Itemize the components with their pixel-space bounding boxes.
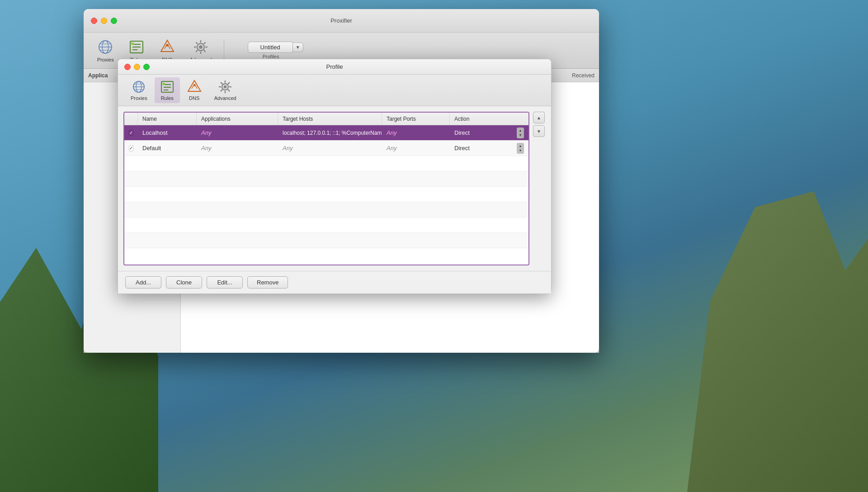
- row-apps: Any: [197, 125, 278, 140]
- col-name: Name: [138, 113, 197, 125]
- svg-line-41: [228, 82, 230, 84]
- svg-rect-9: [131, 43, 134, 45]
- row-hosts: localhost; 127.0.0.1; ::1; %ComputerName…: [278, 125, 382, 140]
- svg-line-42: [221, 90, 222, 91]
- modal-proxies-label: Proxies: [131, 95, 147, 101]
- modal-rules-label: Rules: [161, 95, 174, 101]
- table-row-empty: [124, 156, 528, 171]
- action-stepper-2[interactable]: ▲ ▼: [517, 143, 524, 154]
- table-row-empty: [124, 233, 528, 248]
- row-hosts: Any: [278, 141, 382, 156]
- row-check: ✓: [124, 125, 138, 140]
- row-ports: Any: [382, 125, 450, 140]
- svg-line-18: [204, 50, 206, 52]
- svg-rect-31: [162, 83, 165, 85]
- col-target-hosts: Target Hosts: [278, 113, 382, 125]
- advanced-icon: [193, 39, 209, 55]
- svg-line-39: [221, 82, 222, 84]
- title-bar: Proxifier: [84, 9, 599, 33]
- modal-rules-icon: [160, 80, 175, 94]
- modal-proxies-icon: [132, 80, 146, 94]
- close-button[interactable]: [91, 18, 97, 24]
- modal-proxies-btn[interactable]: Proxies: [125, 77, 153, 103]
- rules-table-header: Name Applications Target Hosts Target Po…: [124, 113, 528, 125]
- proxies-icon: [97, 39, 113, 55]
- toolbar-proxies[interactable]: Proxies: [91, 36, 120, 65]
- modal-close-button[interactable]: [124, 64, 131, 70]
- table-row-empty: [124, 202, 528, 218]
- edit-button[interactable]: Edit...: [207, 276, 243, 289]
- rules-icon: [128, 39, 145, 55]
- row-name: Localhost: [138, 125, 197, 140]
- svg-line-20: [196, 50, 198, 52]
- proxies-label: Proxies: [97, 57, 114, 62]
- col-applications: Applications: [197, 113, 278, 125]
- modal-minimize-button[interactable]: [134, 64, 140, 70]
- clone-button[interactable]: Clone: [166, 276, 202, 289]
- rules-table: Name Applications Target Hosts Target Po…: [123, 112, 529, 265]
- scroll-down-button[interactable]: ▼: [533, 125, 545, 137]
- modal-traffic-lights: [124, 64, 150, 70]
- rules-table-body: ✓ Localhost Any localhost; 127.0.0.1; ::…: [124, 125, 528, 265]
- maximize-button[interactable]: [111, 18, 117, 24]
- table-row[interactable]: ✓ Default Any Any Any Direct: [124, 141, 528, 156]
- profile-modal: Profile Proxies: [118, 59, 552, 294]
- col-target-ports: Target Ports: [382, 113, 450, 125]
- svg-point-21: [199, 45, 203, 49]
- col-action: Action: [450, 113, 528, 125]
- rules-area: Name Applications Target Hosts Target Po…: [118, 106, 551, 271]
- table-row[interactable]: ✓ Localhost Any localhost; 127.0.0.1; ::…: [124, 125, 528, 141]
- col-check: [124, 113, 138, 125]
- svg-line-17: [196, 42, 198, 44]
- row-action: Direct ▲ ▼: [450, 141, 528, 156]
- row-check: ✓: [124, 141, 138, 156]
- row-ports: Any: [382, 141, 450, 156]
- modal-advanced-icon: [218, 80, 232, 94]
- svg-line-40: [228, 90, 230, 91]
- minimize-button[interactable]: [101, 18, 107, 24]
- window-title: Proxifier: [330, 17, 352, 24]
- modal-dns-btn[interactable]: DNS: [182, 77, 207, 103]
- modal-rules-btn[interactable]: Rules: [155, 77, 180, 103]
- profiles-dropdown[interactable]: Untitled ▼: [248, 42, 303, 53]
- add-button[interactable]: Add...: [125, 276, 161, 289]
- svg-point-43: [224, 85, 227, 89]
- profiles-container: Untitled ▼ Profiles: [239, 42, 303, 59]
- table-row-empty: [124, 218, 528, 233]
- modal-action-buttons: Add... Clone Edit... Remove: [118, 271, 551, 293]
- modal-toolbar: Proxies Rules: [118, 75, 551, 106]
- modal-maximize-button[interactable]: [143, 64, 150, 70]
- table-row-empty: [124, 171, 528, 187]
- modal-title: Profile: [326, 63, 343, 70]
- row-action: Direct ▲ ▼: [450, 125, 528, 140]
- checkbox-checked-icon: ✓: [129, 130, 133, 136]
- traffic-lights: [91, 18, 117, 24]
- action-stepper[interactable]: ▲ ▼: [517, 128, 524, 138]
- dns-icon: [159, 39, 175, 55]
- checkbox-icon: ✓: [129, 145, 133, 151]
- remove-button[interactable]: Remove: [247, 276, 288, 289]
- profiles-dropdown-btn[interactable]: ▼: [293, 43, 303, 52]
- modal-title-bar: Profile: [118, 59, 551, 75]
- scroll-up-button[interactable]: ▲: [533, 112, 545, 123]
- svg-line-19: [204, 42, 206, 44]
- toolbar-separator: [224, 39, 224, 62]
- modal-dns-label: DNS: [189, 95, 199, 101]
- modal-advanced-label: Advanced: [214, 95, 236, 101]
- table-row-empty: [124, 187, 528, 202]
- updown-buttons: ▲ ▼: [533, 112, 546, 265]
- modal-dns-icon: [187, 80, 202, 94]
- profile-name-display: Untitled: [248, 42, 293, 53]
- row-name: Default: [138, 141, 197, 156]
- row-apps: Any: [197, 141, 278, 156]
- modal-advanced-btn[interactable]: Advanced: [209, 77, 242, 103]
